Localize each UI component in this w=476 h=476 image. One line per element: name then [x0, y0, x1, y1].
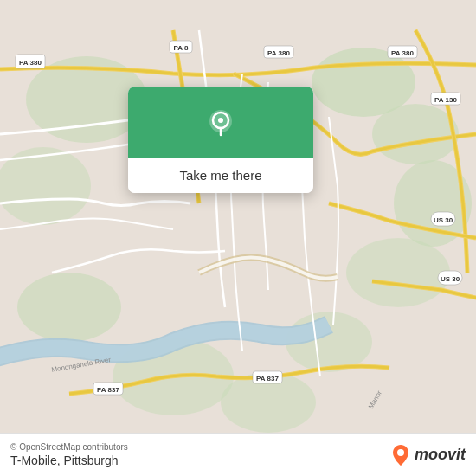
svg-text:PA 130: PA 130 — [434, 96, 457, 104]
svg-text:PA 380: PA 380 — [391, 49, 414, 57]
svg-point-4 — [346, 238, 450, 307]
svg-text:PA 380: PA 380 — [267, 49, 290, 57]
svg-point-8 — [17, 273, 121, 342]
bottom-bar: © OpenStreetMap contributors T-Mobile, P… — [0, 433, 476, 476]
bottom-left-info: © OpenStreetMap contributors T-Mobile, P… — [10, 442, 128, 467]
moovit-pin-icon — [390, 443, 411, 467]
moovit-text: moovit — [415, 446, 466, 464]
svg-text:PA 837: PA 837 — [97, 386, 119, 394]
svg-point-34 — [397, 449, 404, 456]
svg-point-33 — [218, 118, 223, 123]
popup-card: Take me there — [128, 87, 313, 193]
svg-text:PA 8: PA 8 — [174, 44, 189, 52]
svg-text:PA 380: PA 380 — [19, 59, 42, 67]
copyright-text: © OpenStreetMap contributors — [10, 442, 128, 452]
svg-text:PA 837: PA 837 — [256, 375, 279, 383]
map-background: Monongahela River — [0, 0, 476, 476]
location-pin-icon — [203, 106, 239, 142]
moovit-logo: moovit — [390, 443, 466, 467]
take-me-there-button[interactable]: Take me there — [128, 158, 313, 193]
map-container: Monongahela River — [0, 0, 476, 476]
svg-text:US 30: US 30 — [441, 275, 460, 283]
svg-point-2 — [372, 104, 459, 164]
svg-text:US 30: US 30 — [434, 216, 453, 224]
location-title: T-Mobile, Pittsburgh — [10, 453, 128, 467]
popup-header — [128, 87, 313, 158]
